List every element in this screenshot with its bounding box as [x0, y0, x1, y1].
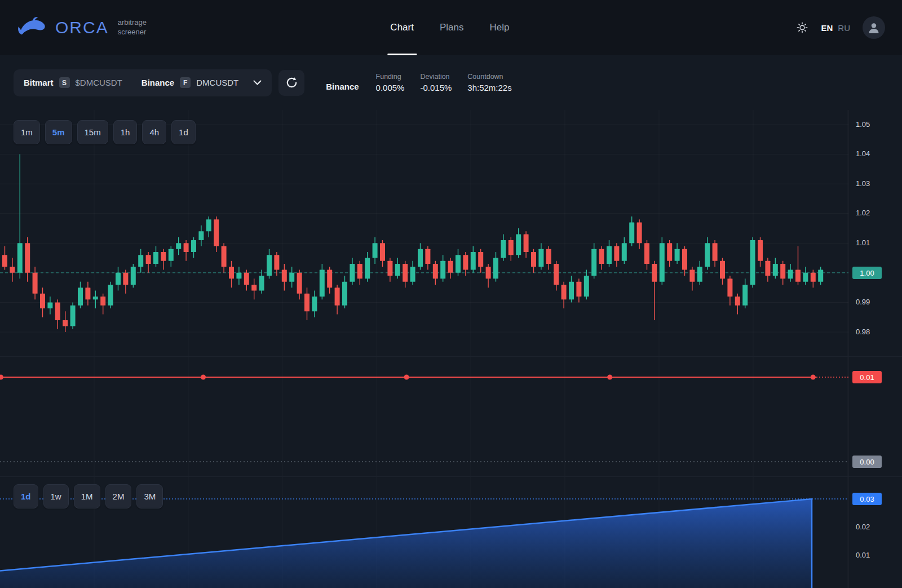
timeframe-4h[interactable]: 4h	[142, 120, 166, 144]
candle-body	[727, 278, 732, 297]
candle-body	[486, 267, 491, 278]
candle-body	[456, 255, 461, 273]
candle-body	[410, 267, 415, 281]
funding-rate-badge: 0.01	[852, 371, 882, 383]
candle-body	[629, 222, 634, 243]
pair-left-symbol: $DMCUSDT	[76, 78, 122, 87]
candle-body	[561, 285, 567, 299]
candle-body	[591, 249, 596, 276]
range-area	[0, 499, 812, 588]
candle-body	[448, 261, 453, 273]
brand-name: ORCA	[55, 18, 109, 37]
candle-body	[675, 249, 680, 261]
candle-body	[720, 261, 725, 279]
candle-body	[17, 243, 23, 273]
candle-body	[667, 243, 672, 261]
range-1w[interactable]: 1w	[43, 484, 69, 509]
candle-body	[607, 246, 612, 264]
nav-chart[interactable]: Chart	[390, 0, 414, 55]
candle-body	[546, 249, 551, 264]
toolbar: Bitmart S $DMCUSDT Binance F DMCUSDT Bin…	[0, 55, 902, 110]
candle-body	[689, 270, 695, 282]
candle-body	[198, 231, 204, 240]
range-axis: 0.03 0.02 0.01	[848, 477, 902, 588]
range-3M[interactable]: 3M	[136, 484, 163, 509]
price-tick: 1.03	[856, 179, 870, 189]
candle-body	[403, 264, 408, 282]
candle-body	[538, 249, 543, 267]
candle-body	[554, 264, 559, 285]
candle-body	[795, 270, 801, 282]
funding-value: 0.005%	[376, 83, 405, 92]
pair-left-exchange: Bitmart	[24, 78, 54, 87]
candle-body	[425, 249, 430, 264]
timeframe-1d[interactable]: 1d	[171, 120, 196, 144]
refresh-button[interactable]	[278, 70, 304, 96]
candle-body	[25, 243, 30, 273]
candle-body	[433, 264, 438, 278]
price-tick: 1.04	[856, 149, 870, 159]
price-tick: 0.98	[856, 327, 870, 337]
theme-toggle-button[interactable]	[796, 21, 808, 34]
candle-body	[463, 255, 468, 269]
countdown-block: Countdown 3h:52m:22s	[467, 73, 511, 92]
candle-body	[206, 219, 211, 231]
funding-marker	[811, 375, 816, 380]
sun-icon	[796, 21, 808, 34]
orca-logo-icon	[17, 16, 47, 39]
pair-right-exchange: Binance	[142, 78, 174, 87]
lang-en[interactable]: EN	[821, 23, 833, 33]
timeframe-1h[interactable]: 1h	[113, 120, 138, 144]
funding-marker	[0, 375, 3, 380]
funding-marker	[201, 375, 206, 380]
candle-body	[493, 258, 498, 279]
candle-body	[705, 243, 710, 267]
price-tick: 1.05	[856, 120, 870, 130]
pair-selector[interactable]: Bitmart S $DMCUSDT Binance F DMCUSDT	[14, 69, 272, 96]
candle-body	[146, 255, 151, 264]
candle-body	[660, 243, 665, 281]
range-buttons: 1d 1w 1M 2M 3M	[14, 484, 163, 509]
info-exchange: Binance	[326, 82, 359, 91]
candle-body	[637, 222, 642, 243]
candle-body	[357, 264, 362, 278]
funding-pane: 0.01 0.00	[0, 356, 902, 476]
timeframe-1m[interactable]: 1m	[14, 120, 40, 144]
nav-plans[interactable]: Plans	[440, 0, 464, 55]
candle-body	[342, 282, 347, 306]
lang-ru[interactable]: RU	[838, 23, 850, 33]
candle-body	[40, 294, 45, 308]
user-avatar[interactable]	[863, 16, 885, 39]
candle-body	[803, 273, 808, 282]
candle-body	[501, 240, 506, 258]
candle-body	[297, 273, 302, 294]
candle-body	[652, 264, 657, 282]
candle-body	[304, 294, 309, 312]
funding-marker	[404, 375, 409, 380]
person-icon	[867, 21, 881, 34]
candle-body	[184, 243, 189, 252]
candle-body	[599, 249, 604, 264]
current-price-badge: 1.00	[852, 267, 882, 279]
range-2M[interactable]: 2M	[105, 484, 132, 509]
price-tick: 0.99	[856, 297, 870, 307]
candle-body	[713, 243, 718, 261]
candle-body	[282, 270, 287, 282]
nav-help[interactable]: Help	[489, 0, 509, 55]
range-1d[interactable]: 1d	[14, 484, 38, 509]
candle-body	[735, 297, 740, 306]
candle-body	[509, 240, 514, 255]
range-1M[interactable]: 1M	[74, 484, 100, 509]
candle-body	[93, 297, 98, 299]
candle-body	[55, 302, 60, 320]
candle-body	[214, 219, 219, 246]
timeframe-5m[interactable]: 5m	[45, 120, 72, 144]
candle-body	[773, 264, 778, 276]
candle-body	[697, 267, 702, 281]
funding-chart-svg[interactable]	[0, 357, 848, 477]
price-chart-svg[interactable]	[0, 110, 848, 356]
timeframe-15m[interactable]: 15m	[77, 120, 108, 144]
candle-body	[33, 273, 38, 294]
candle-body	[516, 235, 521, 255]
range-pane: 1d 1w 1M 2M 3M 0.03 0.02 0.01	[0, 476, 902, 588]
